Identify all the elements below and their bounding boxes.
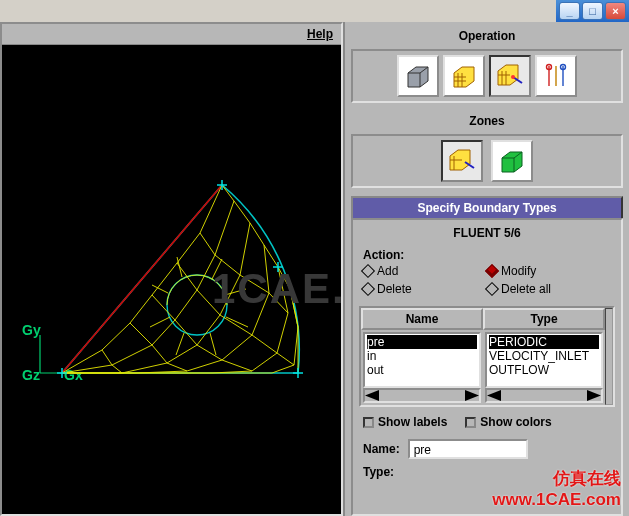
list-item[interactable]: out (367, 363, 477, 377)
list-item[interactable]: PERIODIC (489, 335, 599, 349)
col-type-header: Type (483, 308, 605, 330)
operation-title: Operation (351, 26, 623, 49)
operation-panel: Operation Zones Specify Boundary (343, 22, 629, 516)
op-mesh-button[interactable] (443, 55, 485, 97)
maximize-button[interactable]: □ (582, 2, 603, 20)
axis-x-label: Gx (64, 367, 83, 383)
action-label: Action: (363, 248, 611, 262)
zone-boundary-button[interactable] (441, 140, 483, 182)
spec-header: Specify Boundary Types (351, 196, 623, 218)
svg-point-18 (511, 75, 515, 79)
list-item[interactable]: in (367, 349, 477, 363)
op-tools-button[interactable] (535, 55, 577, 97)
minimize-button[interactable]: _ (559, 2, 580, 20)
mesh-graphic: Gy Gz Gx (2, 45, 341, 514)
name-hscroll[interactable] (363, 388, 481, 403)
show-colors-checkbox[interactable]: Show colors (465, 415, 551, 429)
radio-delete[interactable]: Delete (363, 280, 487, 298)
axis-z-label: Gz (22, 367, 40, 383)
radio-modify[interactable]: Modify (487, 262, 611, 280)
zones-title: Zones (351, 111, 623, 134)
col-name-header: Name (361, 308, 483, 330)
boundary-table: Name Type pre in out PERIODIC (359, 306, 615, 407)
name-listbox[interactable]: pre in out (363, 332, 481, 388)
table-vscroll[interactable] (605, 308, 613, 405)
solver-label: FLUENT 5/6 (359, 224, 615, 246)
zone-continuum-button[interactable] (491, 140, 533, 182)
viewport-3d[interactable]: 1CAE.C Gy Gz Gx (2, 45, 341, 514)
menu-help[interactable]: Help (307, 27, 333, 41)
list-item[interactable]: OUTFLOW (489, 363, 599, 377)
operation-toolbar (351, 49, 623, 103)
radio-delete-all[interactable]: Delete all (487, 280, 611, 298)
type-field-label: Type: (359, 461, 615, 479)
type-hscroll[interactable] (485, 388, 603, 403)
op-geometry-button[interactable] (397, 55, 439, 97)
graphics-pane: Help 1CAE.C Gy Gz Gx (0, 22, 343, 516)
zones-toolbar (351, 134, 623, 188)
show-labels-checkbox[interactable]: Show labels (363, 415, 447, 429)
type-listbox[interactable]: PERIODIC VELOCITY_INLET OUTFLOW (485, 332, 603, 388)
spec-panel: FLUENT 5/6 Action: Add Modify Delete Del… (351, 218, 623, 516)
list-item[interactable]: pre (367, 335, 477, 349)
axis-y-label: Gy (22, 322, 41, 338)
list-item[interactable]: VELOCITY_INLET (489, 349, 599, 363)
close-button[interactable]: × (605, 2, 626, 20)
menu-bar: Help (2, 24, 341, 45)
op-zones-button[interactable] (489, 55, 531, 97)
name-input[interactable]: pre (408, 439, 528, 459)
radio-add[interactable]: Add (363, 262, 487, 280)
name-field-label: Name: (363, 442, 400, 456)
